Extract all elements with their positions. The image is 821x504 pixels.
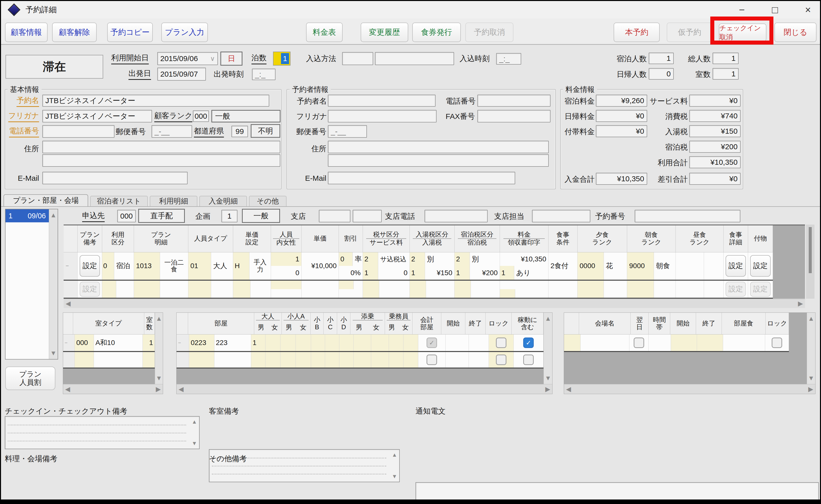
tab-guest-list[interactable]: 宿泊者リスト [90,196,148,206]
scroll-right-icon[interactable]: ▶ [798,300,803,307]
scroll-down-icon[interactable]: ▼ [545,374,551,382]
lock-checkbox[interactable] [496,355,507,365]
guest-email-field[interactable] [328,172,515,184]
scroll-left-icon[interactable]: ◀ [566,385,571,393]
tab-other[interactable]: その他 [249,196,286,206]
scroll-up-icon[interactable]: ▲ [545,315,551,322]
include-occupancy-checkbox[interactable]: ✓ [523,338,534,348]
guest-address-field-2[interactable] [328,154,549,167]
account-room-checkbox[interactable] [427,355,437,365]
checkin-checkout-remark-box[interactable]: ▲ ▼ [5,416,200,449]
venue-row-empty[interactable] [564,334,789,352]
plan-person-split-button[interactable]: プラン 人員割 [5,367,55,390]
maximize-button[interactable]: □ [767,1,783,19]
tab-payment-detail[interactable]: 入金明細 [199,196,247,206]
include-occupancy-checkbox[interactable] [523,355,534,365]
address-field-2[interactable] [42,154,280,167]
arrival-method-name-field[interactable] [375,52,454,65]
departure-date-field[interactable]: 2015/09/07 [157,68,206,81]
room-type-hscrollbar[interactable]: ◀ ▶ [63,384,163,394]
reservation-name-field[interactable]: JTBビジネスイノベーター [42,95,269,107]
meal-detail-set-button[interactable]: 設定 [726,255,746,277]
rooms-vscrollbar[interactable]: ▲ ▼ [544,313,552,384]
room-row-empty[interactable] [177,352,544,369]
close-button[interactable]: 閉じる [774,23,816,42]
guest-furigana-field[interactable] [328,110,437,122]
tab-usage-detail[interactable]: 利用明細 [150,196,197,206]
lock-checkbox[interactable] [772,338,782,348]
scroll-up-icon[interactable]: ▲ [392,452,397,458]
branch-phone-field[interactable] [425,210,488,222]
rooms-hscrollbar[interactable]: ◀ ▶ [177,384,552,394]
date-list-item-selected[interactable]: 1 09/06 [6,209,49,222]
date-list-scrollbar[interactable]: ▲ ▼ [49,209,58,359]
guest-postal-field[interactable]: _-__ [328,125,367,138]
branch-code-field[interactable] [319,210,350,222]
scroll-up-icon[interactable]: ▲ [50,211,57,219]
customer-clear-button[interactable]: 顧客解除 [52,23,97,42]
scrollbar-thumb[interactable] [809,227,812,273]
guest-fax-field[interactable] [478,110,551,122]
plan-input-button[interactable]: プラン入力 [161,23,208,42]
guest-name-field[interactable] [328,95,436,107]
scroll-down-icon[interactable]: ▼ [392,473,397,480]
customer-info-button[interactable]: 顧客情報 [5,23,48,42]
scroll-right-icon[interactable]: ▶ [156,385,161,393]
room-row[interactable]: − 0223 223 1 ✓ ✓ [177,334,544,352]
scroll-down-icon[interactable]: ▼ [192,440,197,447]
staying-count-field[interactable]: 1 [649,53,674,64]
scroll-down-icon[interactable]: ▼ [156,374,162,382]
lock-checkbox[interactable] [496,338,507,348]
close-window-button[interactable]: × [800,1,816,19]
total-count-field[interactable]: 1 [713,53,739,64]
email-field[interactable] [42,172,188,184]
meal-ticket-button[interactable]: 食券発行 [412,23,461,42]
scroll-right-icon[interactable]: ▶ [545,385,550,393]
account-room-checkbox[interactable]: ✓ [427,338,437,348]
scroll-left-icon[interactable]: ◀ [66,300,71,307]
change-history-button[interactable]: 変更履歴 [361,23,408,42]
day-of-week-button[interactable]: 日 [220,52,242,66]
furigana-field[interactable]: JTBビジネスイノベーター [42,110,152,122]
departure-time-field[interactable]: _:_ [252,69,275,80]
scroll-down-icon[interactable]: ▼ [808,374,814,382]
arrival-method-code-field[interactable] [342,52,373,65]
branch-contact-field[interactable] [532,210,590,222]
chevron-down-icon[interactable]: ∨ [210,55,215,63]
scroll-left-icon[interactable]: ◀ [179,385,184,393]
phone-field[interactable] [42,125,114,138]
next-day-checkbox[interactable] [634,338,644,348]
plan-note-set-button[interactable]: 設定 [80,255,100,277]
scroll-up-icon[interactable]: ▲ [156,315,162,322]
order-code-field[interactable]: 000 [117,210,136,222]
venues-hscrollbar[interactable]: ◀ ▶ [564,384,815,394]
scroll-up-icon[interactable]: ▲ [192,419,197,425]
scroll-up-icon[interactable]: ▲ [808,315,814,322]
branch-name-field[interactable] [353,210,382,222]
price-table-button[interactable]: 料金表 [306,23,342,42]
venues-vscrollbar[interactable]: ▲ ▼ [807,313,815,384]
scroll-down-icon[interactable]: ▼ [50,349,57,357]
tab-plan-room-venue[interactable]: プラン・部屋・会場 [4,194,88,206]
plan-table-hscrollbar[interactable]: ◀ ▶ [64,299,805,308]
dayuse-count-field[interactable]: 0 [649,68,674,80]
guest-phone-field[interactable] [478,95,551,107]
notice-text-box[interactable] [416,482,819,504]
plan-table-vscrollbar[interactable] [806,225,814,299]
room-type-row[interactable]: − 000 A和10 1 [63,334,155,352]
extras-set-button[interactable]: 設定 [750,255,771,277]
scroll-right-icon[interactable]: ▶ [808,385,813,393]
prefecture-code-field[interactable]: 99 [231,126,248,137]
confirm-reservation-button[interactable]: 本予約 [614,23,660,42]
nights-field[interactable]: 1 [273,52,290,66]
address-field-1[interactable] [42,141,280,153]
guest-address-field-1[interactable] [328,141,549,153]
arrival-time-field[interactable]: _:_ [496,53,521,65]
copy-reservation-button[interactable]: 予約コピー [107,23,153,42]
postal-field[interactable]: _-__ [151,125,192,138]
reservation-no-field[interactable] [635,210,740,222]
rooms-count-field[interactable]: 1 [713,68,739,80]
start-date-combo[interactable]: 2015/09/06 ∨ [157,52,218,65]
scroll-left-icon[interactable]: ◀ [65,385,70,393]
project-code-field[interactable]: 1 [221,210,237,222]
